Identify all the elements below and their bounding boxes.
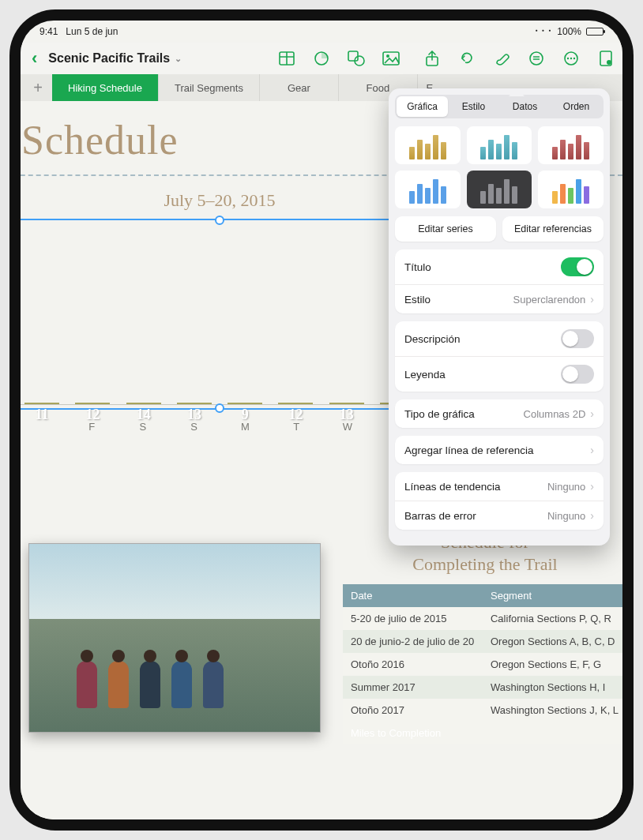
chart-style-6[interactable] [538,171,604,208]
insert-table-icon[interactable] [278,50,295,67]
svg-point-17 [607,60,611,65]
schedule-table[interactable]: Date Segment 5-20 de julio de 2015Califo… [343,584,622,744]
tab-orden[interactable]: Orden [551,96,602,117]
col-segment[interactable]: Segment [483,584,622,607]
chart-style-3[interactable] [538,126,604,164]
tab-estilo[interactable]: Estilo [448,96,499,117]
bar[interactable]: 14 [126,403,161,404]
schedule-table-block: Schedule for Completing the Trail Date S… [343,531,622,744]
tab-datos[interactable]: Datos [499,96,551,117]
chart-style-1[interactable] [395,126,461,164]
tab-grafica[interactable]: Gráfica [397,96,448,117]
chevron-right-icon: › [590,293,594,306]
row-leyenda[interactable]: Leyenda [395,357,604,392]
chart-title: July 5–20, 2015 [21,190,425,211]
row-tipo-grafica[interactable]: Tipo de gráfica Columnas 2D› [395,399,604,428]
battery-percent: 100% [557,26,581,37]
bar-value-label: 9 [242,407,249,423]
insert-media-icon[interactable] [382,50,400,67]
format-popover: Gráfica Estilo Datos Orden Editar series… [389,88,610,546]
chart-style-grid [395,126,604,208]
status-bar: 9:41 Lun 5 de jun ● ● ● 100% [21,21,622,43]
screen: 9:41 Lun 5 de jun ● ● ● 100% ‹ Scenic Pa… [21,21,622,819]
svg-rect-4 [348,51,358,61]
svg-point-13 [567,58,569,59]
ipad-frame: 9:41 Lun 5 de jun ● ● ● 100% ‹ Scenic Pa… [9,9,634,831]
row-errorbars[interactable]: Barras de error Ninguno› [395,501,604,530]
sheet-tab-hiking[interactable]: Hiking Schedule [52,74,159,101]
table-row[interactable]: Otoño 2017Washington Sections J, K, L [343,699,622,722]
chart[interactable]: July 5–20, 2015 111214139121313 FSSMTW [21,190,425,433]
row-estilo[interactable]: Estilo Superclarendon› [395,285,604,313]
chart-style-2[interactable] [467,126,532,164]
chevron-right-icon: › [590,480,594,493]
bar-value-label: 12 [288,407,303,423]
bar[interactable]: 13 [177,403,212,404]
col-date[interactable]: Date [343,584,483,607]
chart-bars: 111214139121313 [21,223,423,405]
document-settings-icon[interactable] [597,50,615,67]
row-descripcion[interactable]: Descripción [395,321,604,357]
svg-point-9 [530,52,543,65]
popover-segmented-control: Gráfica Estilo Datos Orden [395,95,604,118]
chevron-right-icon: › [590,407,594,420]
battery-icon [586,28,604,36]
chart-categories: FSSMTW [21,410,425,433]
insert-shape-icon[interactable] [348,50,365,67]
bar-value-label: 11 [36,407,49,423]
bar[interactable]: 12 [278,403,313,404]
sheet-tab-segments[interactable]: Trail Segments [159,74,260,101]
share-icon[interactable] [423,50,441,67]
status-time: 9:41 [39,26,58,37]
table-row[interactable]: Otoño 2016Oregon Sections E, F, G [343,653,622,676]
document-title[interactable]: Scenic Pacific Trails ⌄ [48,51,182,66]
svg-point-14 [570,58,572,59]
table-row[interactable]: 5-20 de julio de 2015California Sections… [343,607,622,630]
row-titulo[interactable]: Título [395,249,604,285]
sheet-tab-gear[interactable]: Gear [260,74,339,101]
leyenda-toggle[interactable] [561,365,594,384]
more-icon[interactable] [562,50,580,67]
bar[interactable]: 9 [227,403,262,404]
row-trendlines[interactable]: Líneas de tendencia Ninguno› [395,472,604,501]
status-date: Lun 5 de jun [66,26,118,37]
add-sheet-button[interactable]: + [24,74,52,101]
format-brush-icon[interactable] [493,50,510,67]
photo[interactable] [28,543,321,733]
edit-series-button[interactable]: Editar series [395,216,496,242]
comment-icon[interactable] [528,50,545,67]
svg-point-7 [386,54,389,58]
bar[interactable]: 12 [75,403,110,404]
chart-style-4[interactable] [395,171,461,208]
chart-style-5[interactable] [467,171,532,208]
overflow-dots-icon: ● ● ● [535,28,552,32]
edit-references-button[interactable]: Editar referencias [502,216,604,242]
row-reference-line[interactable]: Agregar línea de referencia › [395,436,604,464]
insert-chart-icon[interactable] [313,50,330,67]
undo-icon[interactable] [458,50,476,67]
table-row[interactable]: Summer 2017Washington Sections H, I [343,676,622,699]
bar-value-label: 12 [85,407,100,423]
titulo-toggle[interactable] [561,257,594,276]
back-button[interactable]: ‹ [28,48,40,69]
svg-point-15 [573,58,575,59]
bar-value-label: 13 [340,407,354,423]
bar-value-label: 14 [137,407,151,423]
bar[interactable]: 13 [329,403,364,404]
chevron-right-icon: › [590,444,594,456]
bar-value-label: 13 [187,407,201,423]
chart-selection[interactable]: 111214139121313 [21,219,425,410]
descripcion-toggle[interactable] [561,329,594,348]
table-row[interactable]: 20 de junio-2 de julio de 20Oregon Secti… [343,630,622,653]
toolbar: ‹ Scenic Pacific Trails ⌄ [21,43,622,74]
bar[interactable]: 11 [24,403,59,404]
chevron-down-icon: ⌄ [175,54,182,64]
chevron-right-icon: › [590,509,594,522]
schedule-footer: Miles to Completion [343,722,622,744]
